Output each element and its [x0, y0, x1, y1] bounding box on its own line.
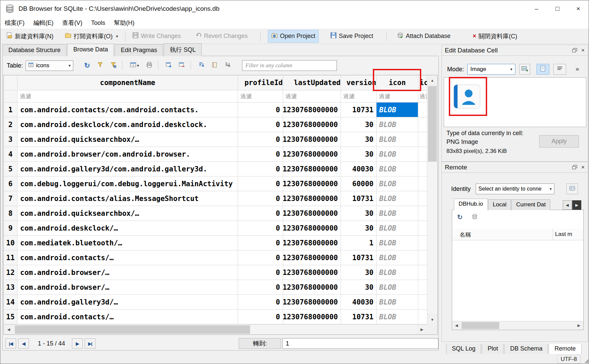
- profileid-cell[interactable]: 0: [238, 117, 283, 132]
- lastupdated-cell[interactable]: 1230768000000: [283, 265, 341, 280]
- apply-button[interactable]: Apply: [539, 135, 579, 148]
- profileid-cell[interactable]: 0: [238, 206, 283, 221]
- print-button[interactable]: [144, 60, 155, 71]
- version-cell[interactable]: 30: [341, 221, 377, 236]
- clipped-cell[interactable]: [418, 295, 427, 310]
- row-number-cell[interactable]: 13: [4, 280, 17, 295]
- row-number-cell[interactable]: 12: [4, 265, 17, 280]
- close-panel-button[interactable]: ×: [581, 164, 585, 171]
- icon-blob-cell[interactable]: BLOB: [377, 280, 418, 295]
- remote-tab-current-database[interactable]: Current Dat: [511, 199, 550, 210]
- row-number-cell[interactable]: 2: [4, 117, 17, 132]
- filter-input-clipped[interactable]: 過濾: [418, 90, 427, 103]
- version-cell[interactable]: 10731: [341, 250, 377, 265]
- close-button[interactable]: ×: [568, 0, 589, 17]
- first-record-button[interactable]: |◀: [5, 338, 16, 349]
- overflow-chevron-icon[interactable]: »: [576, 65, 579, 73]
- float-panel-button[interactable]: [572, 48, 577, 52]
- icon-blob-cell[interactable]: BLOB: [377, 236, 418, 250]
- table-row[interactable]: 3 com.android.quicksearchbox/… 0 1230768…: [4, 132, 437, 147]
- vertical-scrollbar[interactable]: ▲ ▼: [427, 75, 437, 324]
- row-number-cell[interactable]: 4: [4, 147, 17, 162]
- profileid-cell[interactable]: 0: [238, 250, 283, 265]
- refresh-button[interactable]: ↻: [81, 60, 93, 71]
- clipped-cell[interactable]: [418, 280, 427, 295]
- row-number-cell[interactable]: 1: [4, 103, 17, 117]
- icon-blob-cell[interactable]: BLOB: [377, 206, 418, 221]
- horizontal-scrollbar-thumb[interactable]: [15, 325, 250, 334]
- lastupdated-cell[interactable]: 1230768000000: [283, 132, 341, 147]
- encoding-selector[interactable]: UTF-8: [557, 355, 581, 364]
- componentname-cell[interactable]: com.android.gallery3d/com.android.galler…: [17, 162, 238, 176]
- clipped-cell[interactable]: [418, 132, 427, 147]
- lastupdated-cell[interactable]: 1230768000000: [283, 206, 341, 221]
- tab-db-schema[interactable]: DB Schema: [504, 344, 548, 354]
- profileid-cell[interactable]: 0: [238, 221, 283, 236]
- lastupdated-cell[interactable]: 1230768000000: [283, 147, 341, 162]
- icon-blob-cell[interactable]: BLOB: [377, 147, 418, 162]
- componentname-cell[interactable]: com.android.browser/…: [17, 265, 238, 280]
- componentname-cell[interactable]: com.android.contacts/…: [17, 310, 238, 324]
- tab-browse-data[interactable]: Browse Data: [67, 44, 114, 56]
- componentname-cell[interactable]: com.android.browser/com.android.browser.: [17, 147, 238, 162]
- row-number-cell[interactable]: 15: [4, 310, 17, 324]
- icon-blob-cell[interactable]: BLOB: [377, 265, 418, 280]
- column-header-profileid[interactable]: profileId: [238, 75, 283, 90]
- profileid-cell[interactable]: 0: [238, 265, 283, 280]
- minimize-button[interactable]: –: [526, 0, 547, 17]
- icon-blob-cell[interactable]: BLOB: [377, 221, 418, 236]
- open-database-button[interactable]: 打開資料庫(O) ▾: [62, 30, 121, 43]
- vertical-scrollbar-thumb[interactable]: [428, 86, 437, 162]
- filter-input-version[interactable]: 過濾: [341, 90, 377, 103]
- componentname-cell[interactable]: com.android.contacts/…: [17, 250, 238, 265]
- profileid-cell[interactable]: 0: [238, 310, 283, 324]
- icon-blob-cell[interactable]: BLOB: [377, 132, 418, 147]
- componentname-cell[interactable]: com.android.browser/…: [17, 280, 238, 295]
- icon-blob-cell[interactable]: BLOB: [377, 250, 418, 265]
- lastupdated-cell[interactable]: 1230768000000: [283, 162, 341, 176]
- lastupdated-cell[interactable]: 1230768000000: [283, 236, 341, 250]
- profileid-cell[interactable]: 0: [238, 147, 283, 162]
- icon-blob-cell[interactable]: BLOB: [377, 117, 418, 132]
- tab-scroll-left-button[interactable]: ◀: [563, 200, 572, 210]
- table-row[interactable]: 7 com.android.contacts/alias.MessageShor…: [4, 191, 437, 206]
- filter-input-componentname[interactable]: 過濾: [17, 90, 238, 103]
- column-header-icon[interactable]: icon: [377, 75, 418, 90]
- resize-grip[interactable]: ◢: [584, 358, 588, 364]
- row-number-cell[interactable]: 14: [4, 295, 17, 310]
- float-panel-button[interactable]: [572, 165, 577, 169]
- table-row[interactable]: 4 com.android.browser/com.android.browse…: [4, 147, 437, 162]
- profileid-cell[interactable]: 0: [238, 132, 283, 147]
- tab-plot[interactable]: Plot: [482, 344, 504, 354]
- version-cell[interactable]: 10731: [341, 310, 377, 324]
- table-row[interactable]: 5 com.android.gallery3d/com.android.gall…: [4, 162, 437, 176]
- name-column-header[interactable]: 名稱: [460, 231, 471, 239]
- import-image-button[interactable]: [519, 64, 530, 75]
- tab-edit-pragmas[interactable]: Edit Pragmas: [115, 44, 163, 56]
- version-cell[interactable]: 10731: [341, 103, 377, 117]
- version-cell[interactable]: 30: [341, 206, 377, 221]
- clipped-cell[interactable]: [418, 265, 427, 280]
- menu-view[interactable]: 查看(V): [58, 17, 87, 28]
- version-cell[interactable]: 10731: [341, 191, 377, 206]
- row-number-cell[interactable]: 5: [4, 162, 17, 176]
- lastupdated-cell[interactable]: 1230768000000: [283, 250, 341, 265]
- lastupdated-cell[interactable]: 1230768000000: [283, 280, 341, 295]
- icon-blob-cell[interactable]: BLOB: [377, 162, 418, 176]
- tab-remote[interactable]: Remote: [549, 344, 581, 355]
- scroll-down-button[interactable]: ▼: [427, 314, 437, 324]
- previous-record-button[interactable]: ◀: [18, 338, 29, 349]
- write-changes-button[interactable]: Write Changes: [129, 30, 184, 42]
- icon-blob-cell[interactable]: BLOB: [377, 176, 418, 191]
- image-view-button[interactable]: [537, 64, 549, 75]
- clipped-cell[interactable]: [418, 191, 427, 206]
- filter-input-lastupdated[interactable]: 過濾: [283, 90, 341, 103]
- scroll-right-button[interactable]: ▶: [575, 321, 583, 330]
- table-row[interactable]: 13 com.android.browser/… 0 1230768000000…: [4, 280, 437, 295]
- clipped-cell[interactable]: [418, 221, 427, 236]
- attach-database-button[interactable]: Attach Database: [394, 30, 454, 43]
- remote-scrollbar-thumb[interactable]: [462, 322, 499, 329]
- componentname-cell[interactable]: com.mediatek.bluetooth/…: [17, 236, 238, 250]
- tab-execute-sql[interactable]: 執行 SQL: [164, 43, 202, 56]
- menu-tools[interactable]: Tools: [87, 18, 110, 28]
